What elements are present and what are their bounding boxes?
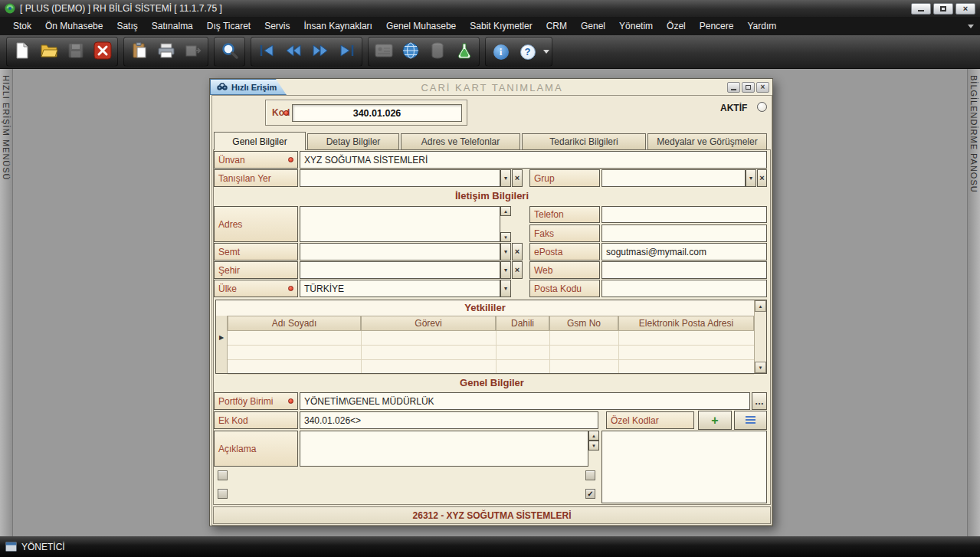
quick-access-panel-tab[interactable]: HIZLI ERİŞİM MENÜSÜ	[0, 69, 13, 536]
musteri-checkbox[interactable]	[585, 470, 595, 480]
grup-field[interactable]	[601, 169, 746, 187]
ulke-dropdown-button[interactable]: ▾	[500, 280, 511, 297]
grid-scrollbar[interactable]: ▲ ▼	[754, 300, 766, 373]
grid-header-dahili[interactable]: Dahili	[496, 316, 549, 331]
grup-dropdown-button[interactable]: ▾	[746, 169, 756, 187]
web-field[interactable]	[601, 261, 767, 279]
kod-input[interactable]: 340.01.026	[292, 104, 462, 122]
adres-scroll-up-button[interactable]: ▲	[500, 206, 511, 216]
grid-scroll-up-button[interactable]: ▲	[755, 300, 766, 312]
menu-stok[interactable]: Stok	[6, 18, 38, 34]
hizli-erisim-tab[interactable]: Hızlı Erişim	[210, 79, 287, 95]
active-flag-radio[interactable]	[757, 102, 767, 112]
kapali-checkbox[interactable]	[218, 470, 228, 480]
tab-detay-bilgiler[interactable]: Detay Bilgiler	[307, 133, 399, 150]
tab-medyalar-ve-gorusmeler[interactable]: Medyalar ve Görüşmeler	[647, 133, 767, 150]
toolbar-options-chevron-icon[interactable]	[543, 50, 549, 54]
first-record-button[interactable]	[254, 39, 279, 64]
print-button[interactable]	[153, 39, 179, 64]
grid-header-adi-soyadi[interactable]: Adı Soyadı	[228, 316, 361, 331]
new-button[interactable]	[9, 39, 34, 64]
portfoy-birimi-browse-button[interactable]: …	[752, 392, 767, 410]
info-button[interactable]: i	[488, 39, 513, 64]
analysis-button[interactable]	[451, 39, 477, 64]
ek-kod-field[interactable]: 340.01.026<>	[300, 411, 598, 429]
grid-header-gorevi[interactable]: Görevi	[361, 316, 496, 331]
menu-satis[interactable]: Satış	[110, 18, 144, 34]
menu-overflow-icon[interactable]	[968, 25, 974, 28]
portfoy-birimi-field[interactable]: YÖNETİM\GENEL MÜDÜRLÜK	[300, 392, 750, 410]
web-button[interactable]	[398, 39, 423, 64]
taskbar-app-icon[interactable]	[5, 542, 17, 552]
previous-record-button[interactable]	[280, 39, 306, 64]
unvan-field[interactable]: XYZ SOĞUTMA SİSTEMLERİ	[300, 151, 767, 169]
dialog-maximize-button[interactable]	[742, 82, 755, 93]
save-button[interactable]	[63, 39, 88, 64]
menu-genel-muhasebe[interactable]: Genel Muhasebe	[379, 18, 463, 34]
posta-kodu-field[interactable]	[601, 280, 767, 297]
maximize-button[interactable]	[933, 3, 953, 15]
menu-genel[interactable]: Genel	[574, 18, 612, 34]
close-button[interactable]: ×	[955, 3, 975, 15]
semt-clear-button[interactable]: ×	[512, 243, 523, 260]
table-row[interactable]	[228, 346, 754, 360]
menu-on-muhasebe[interactable]: Ön Muhasebe	[38, 18, 110, 34]
menu-insan-kaynaklari[interactable]: İnsan Kaynakları	[297, 18, 379, 34]
grid-header-gsm-no[interactable]: Gsm No	[549, 316, 618, 331]
tanisilan-yer-field[interactable]	[300, 169, 500, 187]
menu-servis[interactable]: Servis	[257, 18, 297, 34]
tab-tedarikci-bilgileri[interactable]: Tedarikci Bilgileri	[522, 133, 646, 150]
semt-dropdown-button[interactable]: ▾	[500, 243, 511, 260]
tab-adres-ve-telefonlar[interactable]: Adres ve Telefonlar	[401, 133, 520, 150]
adres-scroll-down-button[interactable]: ▼	[500, 232, 511, 242]
menu-satinalma[interactable]: Satınalma	[145, 18, 200, 34]
aciklama-scroll-up-button[interactable]: ▲	[588, 431, 599, 441]
menu-yardim[interactable]: Yardım	[740, 18, 783, 34]
aciklama-scroll-down-button[interactable]: ▼	[588, 441, 599, 451]
menu-sabit-kiymetler[interactable]: Sabit Kıymetler	[463, 18, 539, 34]
onay-checkbox[interactable]	[218, 489, 228, 499]
tab-genel-bilgiler[interactable]: Genel Bilgiler	[214, 132, 306, 150]
menu-yonetim[interactable]: Yönetim	[612, 18, 660, 34]
data-button[interactable]	[424, 39, 450, 64]
next-record-button[interactable]	[307, 39, 333, 64]
menu-dis-ticaret[interactable]: Dış Ticaret	[200, 18, 257, 34]
search-button[interactable]	[217, 39, 242, 64]
paste-button[interactable]	[126, 39, 152, 64]
logged-in-user[interactable]: YÖNETİCİ	[21, 542, 65, 552]
menu-ozel[interactable]: Özel	[660, 18, 693, 34]
ozel-kodlar-add-button[interactable]: +	[698, 411, 732, 430]
faks-field[interactable]	[601, 224, 767, 242]
grid-header-eposta-adresi[interactable]: Elektronik Posta Adresi	[618, 316, 754, 331]
tedarikci-checkbox[interactable]: ✓	[585, 489, 595, 499]
eposta-field[interactable]: sogutmasi@mymail.com	[601, 243, 767, 260]
export-button[interactable]	[180, 39, 205, 64]
open-button[interactable]	[36, 39, 61, 64]
grup-clear-button[interactable]: ×	[757, 169, 767, 187]
aciklama-field[interactable]	[300, 431, 588, 467]
exit-button[interactable]	[90, 39, 115, 64]
table-row[interactable]	[228, 331, 754, 346]
info-panel-tab[interactable]: BİLGİLENDİRME PANOSU	[967, 69, 980, 536]
sehir-clear-button[interactable]: ×	[512, 261, 523, 279]
table-row[interactable]	[228, 360, 754, 375]
dialog-close-button[interactable]: ×	[756, 82, 769, 93]
tanisilan-yer-clear-button[interactable]: ×	[512, 169, 523, 187]
sehir-field[interactable]	[300, 261, 500, 279]
telefon-field[interactable]	[601, 206, 767, 223]
sehir-dropdown-button[interactable]: ▾	[500, 261, 511, 279]
semt-field[interactable]	[300, 243, 500, 260]
ulke-field[interactable]: TÜRKİYE	[300, 280, 500, 297]
tanisilan-yer-dropdown-button[interactable]: ▾	[500, 169, 511, 187]
grid-scroll-down-button[interactable]: ▼	[755, 362, 766, 373]
last-record-button[interactable]	[334, 39, 359, 64]
menu-crm[interactable]: CRM	[539, 18, 574, 34]
adres-field[interactable]	[300, 206, 500, 242]
minimize-button[interactable]	[911, 3, 931, 15]
card-button[interactable]	[371, 39, 396, 64]
ozel-kodlar-listbox[interactable]	[601, 431, 767, 503]
menu-pencere[interactable]: Pencere	[693, 18, 741, 34]
dialog-minimize-button[interactable]	[727, 82, 740, 93]
help-button[interactable]: ?	[515, 39, 540, 64]
ozel-kodlar-list-button[interactable]	[734, 411, 767, 430]
